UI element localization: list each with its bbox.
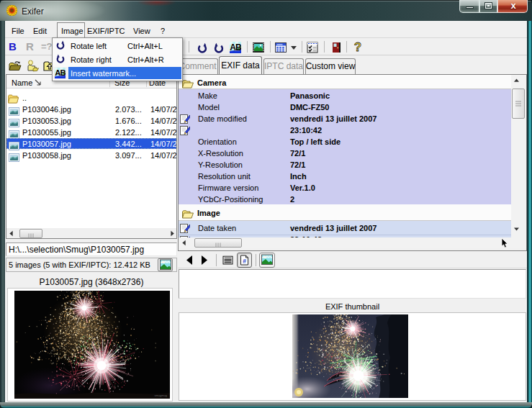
svg-text:B: B bbox=[235, 42, 241, 53]
svg-text:?: ? bbox=[354, 41, 361, 53]
svg-text:#: # bbox=[243, 258, 246, 265]
svg-text:smugmug: smugmug bbox=[154, 394, 167, 397]
svg-text:B: B bbox=[60, 68, 66, 77]
